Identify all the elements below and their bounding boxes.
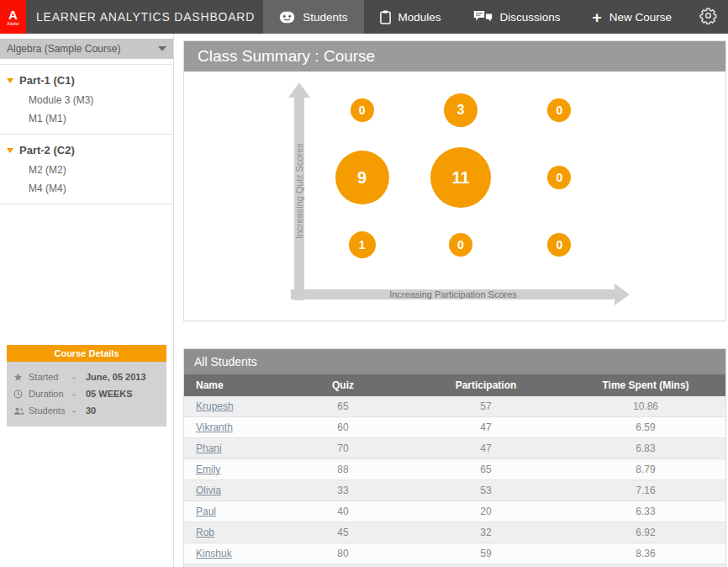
cell-quiz: 33 bbox=[280, 480, 406, 501]
tree-leaf-module[interactable]: M2 (M2) bbox=[0, 161, 173, 179]
triangle-down-icon bbox=[7, 148, 13, 153]
cell-time-spent: 6.33 bbox=[566, 501, 725, 522]
class-summary-title: Class Summary : Course bbox=[184, 41, 725, 72]
bubble-grid: 0309110100 bbox=[313, 77, 609, 278]
table-row: Rob45326.92 bbox=[184, 522, 725, 543]
table-row: Phani70476.83 bbox=[184, 438, 725, 459]
bubble-cell: 0 bbox=[510, 211, 609, 278]
bubble-value[interactable]: 0 bbox=[449, 233, 472, 257]
gear-icon bbox=[699, 7, 717, 28]
class-summary-panel: Class Summary : Course Increasing Quiz S… bbox=[183, 40, 726, 321]
adobe-logo-word: Adobe bbox=[7, 21, 18, 26]
bubble-value[interactable]: 9 bbox=[335, 151, 389, 204]
tree-node-part-2[interactable]: Part-2 (C2) bbox=[0, 140, 173, 161]
nav-item-students[interactable]: Students bbox=[263, 0, 363, 34]
detail-dash: - bbox=[72, 405, 86, 416]
student-name-link[interactable]: Paul bbox=[196, 506, 216, 517]
y-axis-label: Increasing Quiz Scores bbox=[294, 143, 304, 239]
cell-participation: 47 bbox=[406, 417, 566, 438]
students-table-body: Krupesh655710.86Vikranth60476.59Phani704… bbox=[184, 396, 725, 567]
detail-value: June, 05 2013 bbox=[86, 372, 146, 382]
bubble-cell: 9 bbox=[313, 144, 411, 211]
tree-section-1: Part-1 (C1)Module 3 (M3)M1 (M1) bbox=[0, 65, 173, 135]
main-content: Class Summary : Course Increasing Quiz S… bbox=[174, 34, 728, 567]
cell-name: Paul bbox=[184, 501, 280, 522]
tree-leaf-module[interactable]: Module 3 (M3) bbox=[0, 91, 173, 109]
course-selector[interactable]: Algebra (Sample Course) bbox=[0, 39, 173, 59]
students-icon bbox=[279, 11, 295, 24]
tree-leaf-module[interactable]: M1 (M1) bbox=[0, 109, 173, 128]
student-name-link[interactable]: Olivia bbox=[196, 485, 221, 496]
bubble-value[interactable]: 3 bbox=[444, 93, 477, 127]
cell-participation: 59 bbox=[406, 543, 566, 564]
column-header: Time Spent (Mins) bbox=[566, 374, 725, 396]
student-name-link[interactable]: Phani bbox=[196, 442, 222, 454]
table-row: Olivia33537.16 bbox=[184, 480, 725, 501]
table-row: Leah58477.6 bbox=[184, 564, 725, 567]
all-students-title: All Students bbox=[184, 349, 725, 374]
cell-quiz: 65 bbox=[280, 396, 406, 417]
table-row: Vikranth60476.59 bbox=[184, 417, 725, 438]
nav-item-discussions[interactable]: Discussions bbox=[457, 0, 577, 34]
page-body: Algebra (Sample Course) Part-1 (C1)Modul… bbox=[0, 34, 728, 567]
bubble-value[interactable]: 0 bbox=[547, 233, 571, 257]
x-axis-label: Increasing Participation Scores bbox=[389, 289, 517, 299]
tree-section-2: Part-2 (C2)M2 (M2)M4 (M4) bbox=[0, 135, 173, 204]
detail-label: Students bbox=[29, 405, 72, 416]
people-icon bbox=[13, 406, 29, 416]
adobe-logo: A Adobe bbox=[0, 0, 26, 34]
cell-time-spent: 8.36 bbox=[566, 543, 725, 564]
cell-time-spent: 6.59 bbox=[566, 417, 725, 438]
course-selector-value: Algebra (Sample Course) bbox=[7, 43, 120, 55]
student-name-link[interactable]: Krupesh bbox=[196, 400, 234, 412]
bubble-value[interactable]: 11 bbox=[430, 147, 491, 208]
bubble-value[interactable]: 0 bbox=[351, 98, 374, 122]
table-row: Paul40206.33 bbox=[184, 501, 725, 522]
cell-name: Kinshuk bbox=[184, 543, 280, 564]
detail-dash: - bbox=[72, 372, 86, 382]
student-name-link[interactable]: Kinshuk bbox=[196, 548, 232, 559]
bubble-cell: 0 bbox=[510, 77, 609, 144]
cell-name: Vikranth bbox=[184, 417, 280, 438]
detail-label: Started bbox=[29, 372, 72, 382]
student-name-link[interactable]: Rob bbox=[196, 527, 214, 538]
bubble-cell: 0 bbox=[411, 211, 509, 278]
topbar: A Adobe LEARNER ANALYTICS DASHBOARD Stud… bbox=[0, 0, 728, 34]
cell-quiz: 88 bbox=[280, 459, 406, 480]
bubble-value[interactable]: 1 bbox=[349, 231, 376, 258]
nav-item-label: Students bbox=[303, 11, 347, 24]
cell-participation: 32 bbox=[406, 522, 566, 543]
cell-name: Emily bbox=[184, 459, 280, 480]
sidebar: Algebra (Sample Course) Part-1 (C1)Modul… bbox=[0, 34, 174, 567]
cell-name: Leah bbox=[184, 564, 280, 567]
bubble-value[interactable]: 0 bbox=[547, 166, 571, 189]
cell-time-spent: 10.86 bbox=[566, 396, 725, 417]
nav-item-new-course[interactable]: +New Course bbox=[577, 0, 688, 34]
cell-quiz: 60 bbox=[280, 417, 406, 438]
course-detail-row: Started-June, 05 2013 bbox=[12, 368, 161, 385]
students-table: NameQuizParticipationTime Spent (Mins) K… bbox=[184, 374, 725, 567]
course-detail-row: Duration-05 WEEKS bbox=[12, 385, 161, 402]
cell-name: Rob bbox=[184, 522, 280, 543]
settings-button[interactable] bbox=[688, 0, 728, 34]
bubble-cell: 0 bbox=[510, 144, 609, 211]
student-name-link[interactable]: Vikranth bbox=[196, 421, 233, 433]
cell-participation: 57 bbox=[406, 396, 566, 417]
nav-item-modules[interactable]: Modules bbox=[364, 0, 457, 34]
topbar-nav: StudentsModulesDiscussions+New Course bbox=[263, 0, 688, 34]
cell-quiz: 70 bbox=[280, 438, 406, 459]
cell-time-spent: 7.6 bbox=[566, 564, 725, 567]
tree-node-label: Part-2 (C2) bbox=[19, 144, 75, 156]
course-detail-row: Students-30 bbox=[12, 402, 161, 419]
tree-leaf-module[interactable]: M4 (M4) bbox=[0, 179, 173, 198]
adobe-logo-letter: A bbox=[8, 8, 18, 21]
bubble-value[interactable]: 0 bbox=[547, 98, 571, 122]
detail-value: 05 WEEKS bbox=[86, 389, 133, 399]
tree-node-part-1[interactable]: Part-1 (C1) bbox=[0, 70, 173, 91]
course-details-title: Course Details bbox=[7, 345, 166, 362]
student-name-link[interactable]: Emily bbox=[196, 464, 220, 475]
all-students-panel: All Students NameQuizParticipationTime S… bbox=[183, 348, 726, 567]
cell-time-spent: 6.83 bbox=[566, 438, 725, 459]
header-row: NameQuizParticipationTime Spent (Mins) bbox=[184, 374, 725, 396]
table-row: Krupesh655710.86 bbox=[184, 396, 725, 417]
